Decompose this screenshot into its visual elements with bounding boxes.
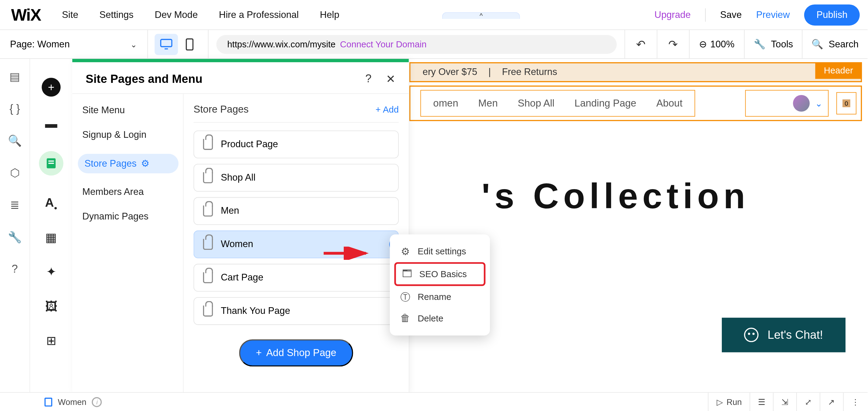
code-braces-icon[interactable]: { } xyxy=(9,102,20,115)
ctx-seo-basics[interactable]: 🗔SEO Basics xyxy=(394,262,485,286)
nav-shop-all[interactable]: Shop All xyxy=(518,97,555,109)
page-item-label: Women xyxy=(221,239,253,250)
footer-tool-2[interactable]: ⇲ xyxy=(773,392,796,411)
page-item-label: Product Page xyxy=(221,139,278,150)
chevron-down-icon: ⌄ xyxy=(815,98,823,109)
zoom-out-icon: ⊖ xyxy=(699,38,707,50)
ctx-delete[interactable]: 🗑Delete xyxy=(394,308,485,329)
apps-icon[interactable]: ▦ xyxy=(45,231,57,245)
redo-button[interactable]: ↷ xyxy=(657,30,689,58)
ctx-edit-settings[interactable]: ⚙Edit settings xyxy=(394,241,485,262)
design-icon[interactable]: A● xyxy=(45,196,57,211)
promo-banner[interactable]: ery Over $75 | Free Returns xyxy=(409,62,862,82)
menu-settings[interactable]: Settings xyxy=(99,9,133,20)
svg-rect-5 xyxy=(48,163,54,164)
panel-close-button[interactable]: ✕ xyxy=(386,72,395,85)
page-item-shop-all[interactable]: Shop All xyxy=(194,164,399,192)
gear-icon: ⚙ xyxy=(141,158,149,169)
menu-dev-mode[interactable]: Dev Mode xyxy=(155,9,198,20)
header-section-badge[interactable]: Header xyxy=(815,62,862,79)
nav-about[interactable]: About xyxy=(656,97,682,109)
mobile-view-button[interactable] xyxy=(178,34,201,55)
footer-overflow[interactable]: ⋮ xyxy=(843,392,868,411)
category-signup-login[interactable]: Signup & Login xyxy=(82,129,179,141)
topbar-right: Upgrade Save Preview Publish xyxy=(654,4,867,26)
play-icon: ▷ xyxy=(717,397,723,407)
page-icon xyxy=(45,157,57,169)
category-dynamic-pages[interactable]: Dynamic Pages xyxy=(82,211,179,222)
database-icon[interactable]: ≣ xyxy=(10,198,20,212)
ctx-rename[interactable]: ⓉRename xyxy=(394,286,485,308)
site-url-bar[interactable]: https://www.wix.com/mysite Connect Your … xyxy=(216,35,616,54)
bag-icon xyxy=(203,205,213,217)
panel-help-button[interactable]: ? xyxy=(365,72,371,85)
help-rail-icon[interactable]: ? xyxy=(11,263,18,275)
nav-women[interactable]: omen xyxy=(433,97,458,109)
page-selector[interactable]: Page: Women ⌄ xyxy=(0,30,148,58)
svg-rect-0 xyxy=(160,39,172,46)
banner-delivery-text: ery Over $75 xyxy=(423,67,477,78)
undo-button[interactable]: ↶ xyxy=(625,30,657,58)
ctx-label: Rename xyxy=(417,292,451,302)
menu-hire[interactable]: Hire a Professional xyxy=(219,9,299,20)
page-hero-title[interactable]: 's Collection xyxy=(482,175,750,216)
footer-tool-1[interactable]: ☰ xyxy=(749,392,773,411)
lets-chat-button[interactable]: Let's Chat! xyxy=(722,318,845,352)
package-icon[interactable]: ⬡ xyxy=(10,166,20,179)
info-icon[interactable]: i xyxy=(92,397,102,407)
save-button[interactable]: Save xyxy=(720,9,742,20)
ctx-label: SEO Basics xyxy=(420,269,467,279)
nav-men[interactable]: Men xyxy=(478,97,498,109)
login-box[interactable]: ⌄ xyxy=(745,90,829,116)
add-shop-page-button[interactable]: + Add Shop Page xyxy=(239,339,353,367)
add-element-button[interactable]: + xyxy=(42,78,60,97)
menu-site[interactable]: Site xyxy=(62,9,79,20)
wrench-icon: 🔧 xyxy=(754,38,765,50)
wrench-rail-icon[interactable]: 🔧 xyxy=(8,230,22,244)
page-item-thank-you[interactable]: Thank You Page xyxy=(194,297,399,325)
svg-rect-2 xyxy=(186,39,193,50)
top-drawer-handle[interactable] xyxy=(442,12,520,19)
category-members-area[interactable]: Members Area xyxy=(82,187,179,198)
chat-label: Let's Chat! xyxy=(768,328,823,341)
media-icon[interactable]: 🖼 xyxy=(45,300,57,314)
footer-tool-4[interactable]: ↗ xyxy=(820,392,843,411)
category-site-menu[interactable]: Site Menu xyxy=(82,105,179,116)
menu-help[interactable]: Help xyxy=(320,9,339,20)
sections-icon[interactable]: ▬ xyxy=(45,116,57,131)
pages-menu-button[interactable] xyxy=(39,151,64,176)
site-nav-bar[interactable]: omen Men Shop All Landing Page About ⌄ 0 xyxy=(409,85,862,121)
nav-landing[interactable]: Landing Page xyxy=(575,97,636,109)
page-categories: Site Menu Signup & Login Store Pages ⚙ M… xyxy=(72,94,184,393)
page-item-product-page[interactable]: Product Page xyxy=(194,131,399,158)
editor-sidebar: + ▬ A● ▦ ✦ 🖼 ⊞ xyxy=(30,59,72,393)
wix-logo[interactable]: WiX xyxy=(0,5,52,24)
page-item-label: Cart Page xyxy=(221,272,263,283)
preview-button[interactable]: Preview xyxy=(756,9,790,20)
publish-button[interactable]: Publish xyxy=(804,4,860,26)
page-item-cart-page[interactable]: Cart Page xyxy=(194,264,399,292)
upgrade-link[interactable]: Upgrade xyxy=(654,9,690,20)
page-item-label: Men xyxy=(221,205,239,217)
search-rail-icon[interactable]: 🔍 xyxy=(8,134,22,147)
tools-menu[interactable]: 🔧 Tools xyxy=(745,30,803,58)
annotation-arrow xyxy=(322,246,373,260)
zoom-control[interactable]: ⊖ 100% xyxy=(689,30,745,58)
desktop-view-button[interactable] xyxy=(154,34,178,55)
run-button[interactable]: ▷Run xyxy=(708,392,749,411)
panel-title: Site Pages and Menu xyxy=(86,72,203,85)
page-code-icon[interactable]: ▤ xyxy=(9,70,20,83)
addons-icon[interactable]: ✦ xyxy=(46,265,56,280)
top-menu: Site Settings Dev Mode Hire a Profession… xyxy=(52,9,339,20)
search-button[interactable]: 🔍 Search xyxy=(803,30,868,58)
connect-domain-link[interactable]: Connect Your Domain xyxy=(340,39,427,49)
nav-links-box[interactable]: omen Men Shop All Landing Page About xyxy=(420,90,695,116)
add-page-link[interactable]: + Add xyxy=(375,105,399,115)
left-tool-rail: ▤ { } 🔍 ⬡ ≣ 🔧 ? xyxy=(0,59,30,393)
footer-tool-3[interactable]: ⤢ xyxy=(796,392,820,411)
layout-icon[interactable]: ⊞ xyxy=(46,334,56,348)
cart-button[interactable]: 0 xyxy=(836,92,857,114)
category-store-pages[interactable]: Store Pages ⚙ xyxy=(78,154,178,173)
trash-icon: 🗑 xyxy=(400,313,411,324)
page-item-men[interactable]: Men xyxy=(194,197,399,225)
